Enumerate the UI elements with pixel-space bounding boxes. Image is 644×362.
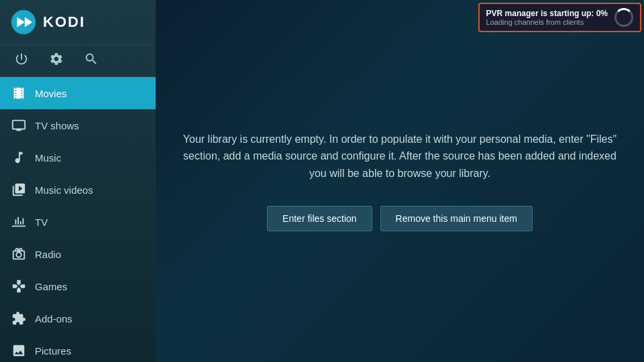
sidebar-item-movies[interactable]: Movies — [0, 77, 156, 109]
sidebar-item-musicvideos[interactable]: Music videos — [0, 174, 156, 206]
games-icon — [11, 278, 27, 294]
library-message-text: Your library is currently empty. In orde… — [182, 131, 617, 182]
sidebar-item-pictures[interactable]: Pictures — [0, 335, 156, 362]
sidebar-item-tvshows-label: TV shows — [35, 120, 79, 131]
sidebar-header: KODI — [0, 0, 156, 45]
sidebar-item-tvshows[interactable]: TV shows — [0, 109, 156, 141]
sidebar-item-addons[interactable]: Add-ons — [0, 302, 156, 335]
pvr-spinner-icon — [614, 8, 633, 27]
sidebar-item-addons-label: Add-ons — [35, 313, 72, 324]
pvr-subtitle: Loading channels from clients — [486, 18, 608, 26]
sidebar-nav: Movies TV shows Music Music videos — [0, 77, 156, 362]
music-icon — [11, 149, 27, 166]
musicvideos-icon — [11, 182, 27, 198]
sidebar-item-radio-label: Radio — [35, 249, 61, 260]
movies-icon — [11, 85, 27, 101]
sidebar: KODI Movies — [0, 0, 156, 362]
search-icon[interactable] — [82, 52, 101, 70]
settings-icon[interactable] — [47, 52, 66, 70]
sidebar-item-pictures-label: Pictures — [35, 345, 71, 357]
livetv-icon — [11, 214, 27, 230]
sidebar-item-musicvideos-label: Music videos — [35, 184, 93, 196]
action-buttons: Enter files section Remove this main men… — [267, 206, 533, 231]
radio-icon — [11, 246, 27, 262]
sidebar-toolbar — [0, 45, 156, 77]
main-content: PVR manager is starting up: 0% Loading c… — [156, 0, 644, 362]
pvr-title: PVR manager is starting up: 0% — [486, 9, 608, 18]
sidebar-item-music-label: Music — [35, 152, 61, 164]
sidebar-item-tv-label: TV — [35, 217, 48, 228]
library-message: Your library is currently empty. In orde… — [182, 131, 617, 182]
pvr-text: PVR manager is starting up: 0% Loading c… — [486, 9, 608, 26]
sidebar-item-radio[interactable]: Radio — [0, 238, 156, 270]
addons-icon — [11, 310, 27, 326]
sidebar-item-music[interactable]: Music — [0, 141, 156, 174]
pvr-notification: PVR manager is starting up: 0% Loading c… — [478, 3, 641, 32]
sidebar-item-tv[interactable]: TV — [0, 206, 156, 238]
power-icon[interactable] — [12, 52, 31, 70]
pictures-icon — [11, 343, 27, 359]
sidebar-item-games[interactable]: Games — [0, 270, 156, 302]
tv-icon — [11, 117, 27, 133]
sidebar-item-movies-label: Movies — [35, 88, 67, 99]
app-title: KODI — [43, 13, 85, 31]
enter-files-button[interactable]: Enter files section — [267, 206, 372, 231]
remove-menu-item-button[interactable]: Remove this main menu item — [380, 206, 533, 231]
app-container: KODI Movies — [0, 0, 644, 362]
sidebar-item-games-label: Games — [35, 281, 67, 292]
kodi-logo-icon — [11, 9, 36, 35]
